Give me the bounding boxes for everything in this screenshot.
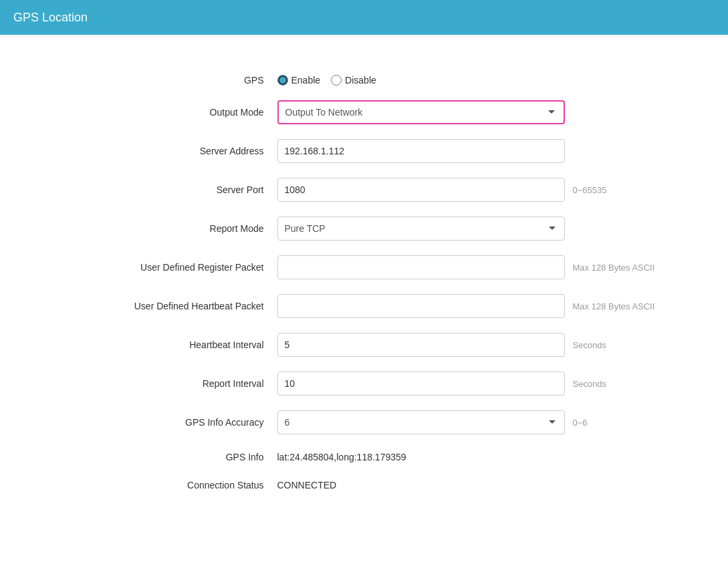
- gps-accuracy-wrapper: 0 1 2 3 4 5 6 0~6: [277, 410, 638, 434]
- heartbeat-interval-hint: Seconds: [573, 340, 607, 350]
- user-register-wrapper: Max 128 Bytes ASCII: [277, 255, 655, 279]
- user-heartbeat-hint: Max 128 Bytes ASCII: [573, 301, 655, 311]
- gps-row: GPS Enable Disable: [90, 75, 638, 86]
- gps-info-wrapper: lat:24.485804,long:118.179359: [277, 449, 638, 465]
- gps-label: GPS: [90, 75, 277, 86]
- connection-status-label: Connection Status: [90, 480, 277, 490]
- user-register-row: User Defined Register Packet Max 128 Byt…: [90, 255, 638, 279]
- gps-disable-radio[interactable]: [331, 75, 342, 86]
- report-interval-hint: Seconds: [573, 379, 607, 389]
- page-header: GPS Location: [0, 0, 728, 35]
- report-interval-input[interactable]: [277, 372, 565, 396]
- report-mode-select[interactable]: Pure TCP UDP HTTP HTTPS: [277, 217, 565, 241]
- heartbeat-interval-row: Heartbeat Interval Seconds: [90, 333, 638, 357]
- server-port-input[interactable]: [277, 178, 565, 202]
- heartbeat-interval-wrapper: Seconds: [277, 333, 638, 357]
- main-content: GPS Enable Disable Output Mode Output To…: [0, 35, 728, 562]
- connection-status-value: CONNECTED: [277, 480, 337, 490]
- user-heartbeat-input[interactable]: [277, 294, 565, 318]
- server-address-wrapper: [277, 139, 638, 163]
- gps-enable-text: Enable: [291, 75, 321, 86]
- report-interval-wrapper: Seconds: [277, 372, 638, 396]
- gps-info-row: GPS Info lat:24.485804,long:118.179359: [90, 449, 638, 465]
- user-heartbeat-wrapper: Max 128 Bytes ASCII: [277, 294, 655, 318]
- gps-enable-radio[interactable]: [277, 75, 288, 86]
- gps-accuracy-select[interactable]: 0 1 2 3 4 5 6: [277, 410, 565, 434]
- connection-status-row: Connection Status CONNECTED: [90, 480, 638, 490]
- user-register-input[interactable]: [277, 255, 565, 279]
- server-port-wrapper: 0~65535: [277, 178, 638, 202]
- gps-accuracy-row: GPS Info Accuracy 0 1 2 3 4 5 6 0~6: [90, 410, 638, 434]
- user-register-label: User Defined Register Packet: [90, 262, 277, 273]
- server-port-row: Server Port 0~65535: [90, 178, 638, 202]
- gps-info-label: GPS Info: [90, 452, 277, 462]
- output-mode-label: Output Mode: [90, 107, 277, 118]
- server-port-hint: 0~65535: [573, 185, 607, 195]
- output-mode-wrapper: Output To Network Output To Serial Port …: [277, 100, 638, 124]
- user-heartbeat-label: User Defined Heartbeat Packet: [90, 301, 277, 311]
- server-port-label: Server Port: [90, 184, 277, 195]
- report-mode-row: Report Mode Pure TCP UDP HTTP HTTPS: [90, 217, 638, 241]
- heartbeat-interval-label: Heartbeat Interval: [90, 339, 277, 350]
- gps-enable-label[interactable]: Enable: [277, 75, 321, 86]
- server-address-row: Server Address: [90, 139, 638, 163]
- page-title: GPS Location: [13, 11, 88, 25]
- server-address-label: Server Address: [90, 146, 277, 156]
- server-address-input[interactable]: [277, 139, 565, 163]
- output-mode-row: Output Mode Output To Network Output To …: [90, 100, 638, 124]
- gps-accuracy-hint: 0~6: [573, 418, 588, 428]
- gps-disable-text: Disable: [345, 75, 376, 86]
- gps-accuracy-label: GPS Info Accuracy: [90, 417, 277, 428]
- report-interval-label: Report Interval: [90, 378, 277, 389]
- gps-disable-label[interactable]: Disable: [331, 75, 376, 86]
- connection-status-wrapper: CONNECTED: [277, 480, 638, 490]
- user-heartbeat-row: User Defined Heartbeat Packet Max 128 By…: [90, 294, 638, 318]
- heartbeat-interval-input[interactable]: [277, 333, 565, 357]
- report-mode-wrapper: Pure TCP UDP HTTP HTTPS: [277, 217, 638, 241]
- form-container: GPS Enable Disable Output Mode Output To…: [64, 61, 665, 519]
- report-mode-label: Report Mode: [90, 223, 277, 234]
- gps-info-value: lat:24.485804,long:118.179359: [277, 449, 406, 465]
- gps-radio-group: Enable Disable: [277, 75, 638, 86]
- user-register-hint: Max 128 Bytes ASCII: [573, 263, 655, 273]
- report-interval-row: Report Interval Seconds: [90, 372, 638, 396]
- output-mode-select[interactable]: Output To Network Output To Serial Port …: [277, 100, 565, 124]
